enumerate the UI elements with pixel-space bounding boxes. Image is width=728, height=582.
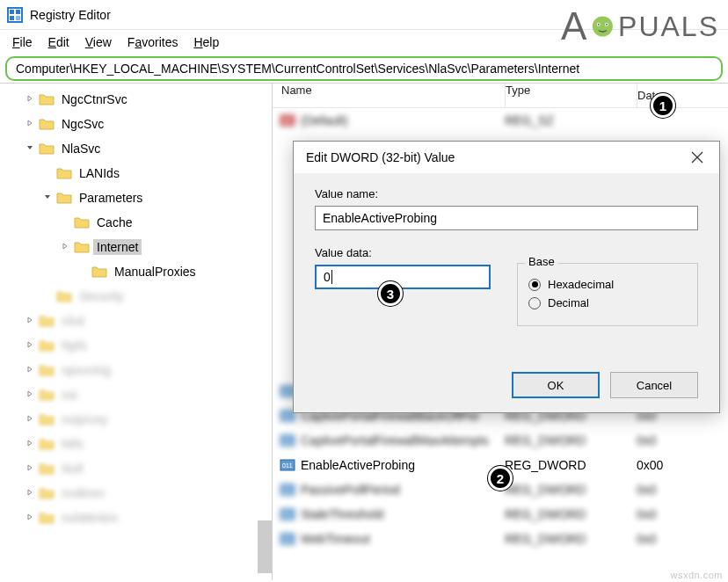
list-row[interactable]: 011WebTimeoutREG_DWORD0x0 — [273, 527, 728, 551]
tree-item-label: Null — [58, 461, 86, 477]
value-data: 0x0 — [637, 433, 728, 447]
tree-item[interactable]: Npfs — [0, 333, 272, 358]
chevron-right-icon[interactable] — [23, 488, 37, 498]
chevron-down-icon[interactable] — [40, 193, 55, 203]
chevron-right-icon[interactable] — [58, 242, 72, 252]
tree-item[interactable]: npsvctrig — [0, 358, 272, 382]
chevron-right-icon[interactable] — [23, 513, 37, 523]
svg-text:011: 011 — [282, 462, 293, 469]
menu-favorites[interactable]: FavoritesFavorites — [120, 33, 186, 51]
tree-pane[interactable]: NgcCtnrSvcNgcSvcNlaSvc▸LANIdsParameters▸… — [0, 84, 273, 580]
folder-icon — [39, 315, 55, 327]
tree-item[interactable]: ▸Cache — [0, 210, 272, 235]
svg-text:011: 011 — [282, 512, 293, 518]
value-icon: 011 — [280, 506, 295, 522]
tree-item[interactable]: nsi — [0, 382, 272, 407]
value-type: REG_DWORD — [505, 507, 637, 521]
tree-item-label: NgcSvc — [58, 116, 107, 132]
list-row[interactable]: 011StaleThresholdREG_DWORD0x0 — [273, 502, 728, 527]
value-icon: ab — [280, 113, 295, 128]
folder-icon — [91, 266, 107, 278]
menu-view[interactable]: ViewView — [78, 33, 119, 51]
tree-item[interactable]: Null — [0, 456, 272, 481]
chevron-right-icon[interactable] — [23, 94, 37, 105]
folder-icon — [74, 216, 90, 229]
svg-rect-4 — [16, 16, 20, 20]
chevron-right-icon[interactable] — [23, 340, 37, 351]
logo-face-icon — [589, 9, 616, 44]
folder-icon — [74, 241, 90, 253]
tree-item[interactable]: NlaSvc — [0, 136, 272, 161]
edit-dword-dialog: Edit DWORD (32-bit) Value Value name: En… — [293, 141, 720, 413]
value-name-input[interactable]: EnableActiveProbing — [315, 206, 698, 230]
menu-help[interactable]: HelpHelp — [186, 33, 226, 51]
address-bar[interactable]: Computer\HKEY_LOCAL_MACHINE\SYSTEM\Curre… — [5, 56, 723, 81]
chevron-right-icon[interactable] — [23, 439, 37, 449]
dialog-close-button[interactable] — [684, 144, 710, 171]
chevron-right-icon[interactable] — [23, 389, 37, 400]
chevron-right-icon[interactable] — [23, 463, 37, 474]
tree-item[interactable]: nlvd — [0, 309, 272, 333]
folder-icon — [39, 118, 55, 130]
addressbar-container: Computer\HKEY_LOCAL_MACHINE\SYSTEM\Curre… — [0, 55, 728, 83]
column-header-name[interactable]: Name — [273, 84, 506, 107]
folder-icon — [39, 438, 55, 450]
value-type: REG_DWORD — [505, 483, 637, 497]
svg-text:011: 011 — [282, 413, 293, 419]
chevron-down-icon[interactable] — [23, 143, 37, 154]
tree-item-label: nvlddmkm — [58, 510, 121, 526]
tree-item-label: Cache — [93, 215, 135, 230]
value-data: 0x00 — [637, 458, 728, 472]
value-data-input[interactable]: 0 — [315, 265, 491, 289]
value-data: 0x0 — [637, 507, 728, 521]
tree-scrollbar-thumb[interactable] — [258, 520, 272, 573]
tree-item-label: NlaSvc — [58, 141, 104, 156]
wsxdn-watermark: wsxdn.com — [670, 570, 723, 580]
value-data: 0x0 — [637, 483, 728, 497]
folder-icon — [39, 142, 55, 155]
value-name: (Default) — [301, 113, 505, 127]
column-header-type[interactable]: Type — [506, 84, 637, 107]
menu-file[interactable]: FFileile — [5, 33, 40, 51]
chevron-right-icon[interactable] — [23, 316, 37, 326]
dialog-titlebar[interactable]: Edit DWORD (32-bit) Value — [294, 142, 719, 173]
radio-dec-label: Decimal — [548, 296, 589, 309]
appuals-watermark: A PUALS — [561, 5, 719, 47]
list-row[interactable]: 011CaptivePortalFirewallMaxAttemptsREG_D… — [273, 428, 728, 453]
close-icon — [691, 151, 703, 164]
tree-item[interactable]: ▸ManualProxies — [0, 259, 272, 284]
svg-point-26 — [598, 24, 600, 25]
tree-item[interactable]: nsiproxy — [0, 407, 272, 432]
tree-item-label: NgcCtnrSvc — [58, 91, 131, 107]
cancel-button[interactable]: Cancel — [610, 372, 698, 398]
tree-item[interactable]: nvdimm — [0, 481, 272, 506]
tree-item-label: nlvd — [58, 313, 88, 329]
tree-item[interactable]: nvlddmkm — [0, 506, 272, 530]
tree-item-label: Ntfs — [58, 436, 87, 452]
value-icon: 011 — [280, 433, 295, 448]
value-icon: 011 — [280, 457, 295, 473]
tree-item[interactable]: NgcSvc — [0, 112, 272, 136]
value-type: REG_DWORD — [505, 433, 637, 447]
chevron-right-icon[interactable] — [23, 414, 37, 425]
radio-hexadecimal[interactable]: Hexadecimal — [528, 278, 687, 291]
value-data-label: Value data: — [315, 246, 491, 259]
value-icon: 011 — [280, 531, 295, 547]
svg-rect-1 — [10, 10, 14, 14]
tree-item[interactable]: Internet — [0, 235, 272, 259]
tree-item[interactable]: Parameters — [0, 186, 272, 210]
tree-item[interactable]: NgcCtnrSvc — [0, 87, 272, 112]
menu-edit[interactable]: EditEdit — [41, 33, 76, 51]
tree-item-label: LANIds — [76, 165, 123, 181]
tree-item-label: nvdimm — [58, 485, 108, 501]
folder-icon — [39, 93, 55, 105]
tree-item[interactable]: ▸Security — [0, 284, 272, 309]
tree-item-label: ManualProxies — [111, 264, 200, 280]
ok-button[interactable]: OK — [512, 372, 600, 398]
svg-text:011: 011 — [282, 487, 293, 493]
chevron-right-icon[interactable] — [23, 119, 37, 129]
chevron-right-icon[interactable] — [23, 365, 37, 375]
tree-item[interactable]: Ntfs — [0, 432, 272, 456]
tree-item[interactable]: ▸LANIds — [0, 161, 272, 186]
radio-decimal[interactable]: Decimal — [528, 296, 687, 309]
